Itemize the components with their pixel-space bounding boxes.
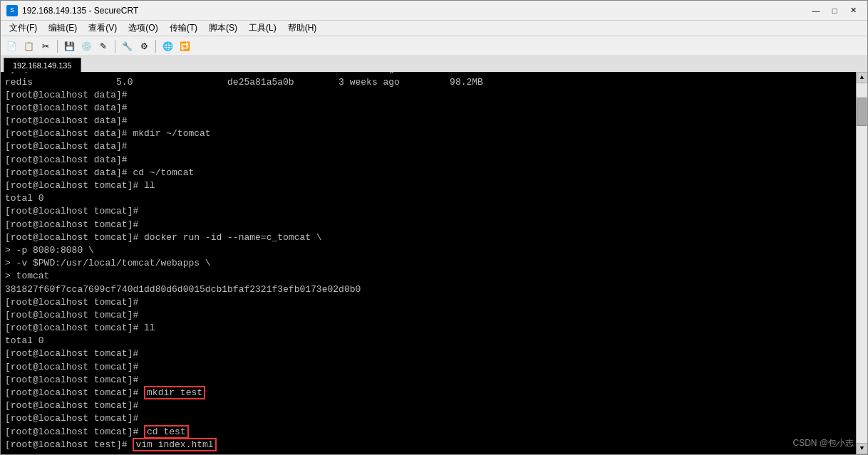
terminal-line: [root@localhost tomcat]# cd test — [5, 426, 852, 439]
terminal-line: [root@localhost data]# — [5, 140, 852, 153]
title-bar: S 192.168.149.135 - SecureCRT — □ ✕ — [1, 1, 867, 21]
terminal-line: [root@localhost tomcat]# docker run -id … — [5, 231, 852, 244]
terminal-line: > -p 8080:8080 \ — [5, 244, 852, 257]
terminal-line: total 0 — [5, 192, 852, 205]
terminal[interactable]: [root@localhost data]#[root@localhost da… — [1, 72, 856, 454]
terminal-line: [root@localhost tomcat]# — [5, 347, 852, 360]
terminal-line: [root@localhost tomcat]# — [5, 412, 852, 425]
window-title: 192.168.149.135 - SecureCRT — [22, 6, 138, 16]
scrollbar-vertical[interactable]: ▲ ▼ — [856, 72, 867, 454]
toolbar-sep-1 — [57, 40, 58, 53]
title-bar-left: S 192.168.149.135 - SecureCRT — [6, 5, 138, 16]
highlighted-command: cd test — [144, 425, 189, 439]
highlighted-command: mkdir test — [144, 386, 205, 399]
toolbar: 📄 📋 ✂ 💾 💿 ✎ 🔧 ⚙ 🌐 🔁 — [1, 36, 867, 56]
scroll-up-arrow[interactable]: ▲ — [857, 72, 868, 83]
terminal-line: [root@localhost data]# — [5, 102, 852, 115]
main-window: S 192.168.149.135 - SecureCRT — □ ✕ 文件(F… — [0, 0, 868, 455]
menu-item-f[interactable]: 文件(F) — [4, 21, 43, 36]
tab-bar: 192.168.149.135 — [1, 56, 867, 72]
terminal-line: [root@localhost tomcat]# — [5, 361, 852, 374]
toolbar-btn-3[interactable]: ✂ — [38, 38, 53, 54]
terminal-line: [root@localhost test]# vim index.html — [5, 439, 852, 451]
toolbar-btn-6[interactable]: ✎ — [95, 38, 111, 54]
terminal-line: [root@localhost data]# mkdir ~/tomcat — [5, 127, 852, 140]
window-controls: — □ ✕ — [807, 4, 862, 18]
scroll-thumb[interactable] — [857, 98, 867, 126]
menu-item-e[interactable]: 编辑(E) — [43, 21, 83, 36]
terminal-line: [root@localhost tomcat]# ll — [5, 179, 852, 192]
app-icon: S — [6, 5, 18, 16]
menu-bar: 文件(F)编辑(E)查看(V)选项(O)传输(T)脚本(S)工具(L)帮助(H) — [1, 21, 867, 36]
maximize-button[interactable]: □ — [826, 4, 843, 18]
toolbar-btn-2[interactable]: 📋 — [21, 38, 36, 54]
terminal-line: > tomcat — [5, 270, 852, 283]
terminal-line: total 0 — [5, 335, 852, 347]
terminal-line: [root@localhost data]# — [5, 89, 852, 102]
toolbar-btn-8[interactable]: ⚙ — [136, 38, 152, 54]
terminal-line: [root@localhost data]# — [5, 154, 852, 167]
watermark: CSDN @包小志 — [792, 437, 854, 449]
tab-label: 192.168.149.135 — [13, 61, 72, 70]
terminal-line: [root@localhost data]# — [5, 115, 852, 127]
menu-item-o[interactable]: 选项(O) — [123, 21, 163, 36]
scroll-down-arrow[interactable]: ▼ — [857, 443, 868, 454]
terminal-line: [root@localhost tomcat]# ll — [5, 322, 852, 335]
terminal-line: [root@localhost tomcat]# — [5, 309, 852, 322]
terminal-line: [root@localhost tomcat]# — [5, 205, 852, 218]
terminal-container: [root@localhost data]#[root@localhost da… — [1, 72, 867, 454]
toolbar-btn-9[interactable]: 🌐 — [160, 38, 175, 54]
terminal-line: [root@localhost tomcat]# — [5, 374, 852, 387]
terminal-line: [root@localhost data]# cd ~/tomcat — [5, 167, 852, 179]
menu-item-v[interactable]: 查看(V) — [83, 21, 123, 36]
terminal-line: > -v $PWD:/usr/local/tomcat/webapps \ — [5, 257, 852, 270]
terminal-line: [root@localhost tomcat]# — [5, 219, 852, 231]
terminal-line: 381827f60f7cca7699cf740d1dd80d6d0015dcb1… — [5, 283, 852, 296]
menu-item-s[interactable]: 脚本(S) — [203, 21, 243, 36]
minimize-button[interactable]: — — [807, 4, 825, 18]
menu-item-l[interactable]: 工具(L) — [243, 21, 282, 36]
toolbar-btn-4[interactable]: 💾 — [61, 38, 77, 54]
toolbar-btn-7[interactable]: 🔧 — [119, 38, 135, 54]
toolbar-sep-3 — [155, 40, 156, 53]
terminal-line: [root@localhost tomcat]# — [5, 399, 852, 412]
toolbar-sep-2 — [115, 40, 115, 53]
terminal-line: redis 5.0 de25a81a5a0b 3 weeks ago 98.2M… — [5, 76, 852, 89]
menu-item-h[interactable]: 帮助(H) — [282, 21, 323, 36]
toolbar-btn-10[interactable]: 🔁 — [177, 38, 192, 54]
terminal-line: [root@localhost tomcat]# — [5, 296, 852, 309]
highlighted-command: vim index.html — [133, 438, 216, 451]
terminal-line: [root@localhost tomcat]# mkdir test — [5, 387, 852, 399]
menu-item-t[interactable]: 传输(T) — [164, 21, 203, 36]
toolbar-btn-1[interactable]: 📄 — [4, 38, 19, 54]
toolbar-btn-5[interactable]: 💿 — [78, 38, 94, 54]
close-button[interactable]: ✕ — [844, 4, 862, 18]
scroll-track[interactable] — [857, 83, 867, 443]
session-tab[interactable]: 192.168.149.135 — [4, 58, 81, 72]
